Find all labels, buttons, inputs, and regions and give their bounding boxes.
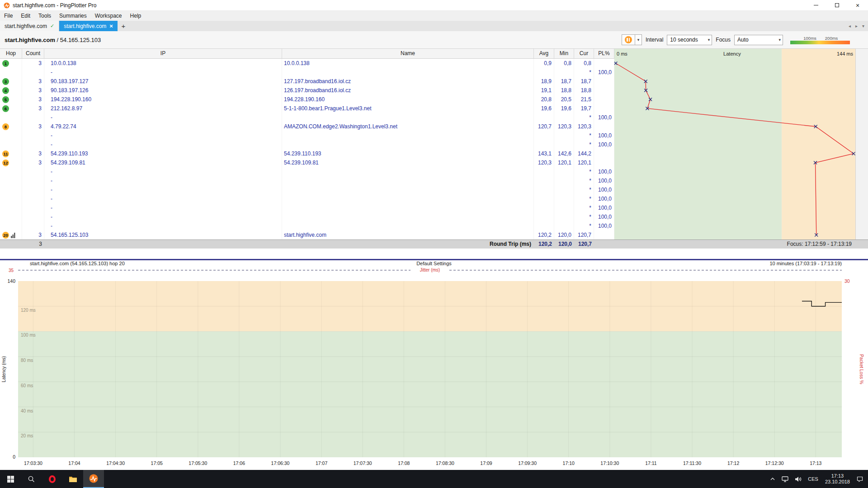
timeline-graph[interactable]: 120 ms100 ms80 ms60 ms40 ms20 ms17:03:30… bbox=[0, 267, 868, 470]
timeline-range-label[interactable]: 10 minutes (17:03:19 - 17:13:19) bbox=[769, 261, 842, 266]
table-row[interactable]: 3390.183.197.127127.197.broadband16.iol.… bbox=[0, 77, 614, 86]
grid-label: 20 ms bbox=[21, 433, 33, 438]
table-row[interactable]: -*100,0 bbox=[0, 194, 614, 203]
header-min[interactable]: Min bbox=[554, 49, 574, 58]
cell-cur: 21,5 bbox=[574, 95, 594, 104]
table-row[interactable]: -*100,0 bbox=[0, 131, 614, 140]
cell-min: 120,0 bbox=[554, 230, 574, 239]
table-row[interactable]: 63212.162.8.975-1-1-800.bear1.Prague1.Le… bbox=[0, 104, 614, 113]
table-row[interactable]: 20354.165.125.103start.highfive.com120,2… bbox=[0, 230, 614, 239]
opera-logo-icon bbox=[49, 475, 56, 483]
minimize-button[interactable] bbox=[806, 0, 826, 10]
x-axis-label: 17:12:30 bbox=[765, 460, 784, 466]
cell-min bbox=[554, 113, 574, 122]
cell-pl bbox=[594, 149, 614, 158]
cell-avg: 19,1 bbox=[534, 86, 554, 95]
x-axis-label: 17:13 bbox=[810, 460, 821, 466]
x-axis-label: 17:09 bbox=[480, 460, 492, 466]
check-icon: ✓ bbox=[50, 23, 54, 29]
cell-pl: 100,0 bbox=[594, 203, 614, 212]
cell-hop: 4 bbox=[0, 86, 22, 95]
cell-hop: 5 bbox=[0, 95, 22, 104]
interval-select[interactable]: 10 seconds ▾ bbox=[667, 35, 712, 45]
cell-name bbox=[282, 140, 534, 149]
table-row[interactable]: 12354.239.109.8154.239.109.81120,3120,11… bbox=[0, 158, 614, 167]
table-row[interactable]: 11354.239.110.19354.239.110.193143,1142,… bbox=[0, 149, 614, 158]
header-cur[interactable]: Cur bbox=[574, 49, 594, 58]
menu-tools[interactable]: Tools bbox=[34, 11, 55, 21]
x-axis-label: 17:08 bbox=[398, 460, 410, 466]
table-row[interactable]: -*100,0 bbox=[0, 221, 614, 230]
timeline-chart-icon[interactable] bbox=[10, 232, 16, 238]
table-row[interactable]: -*100,0 bbox=[0, 203, 614, 212]
close-tab-icon[interactable]: × bbox=[109, 23, 113, 29]
menu-workspace[interactable]: Workspace bbox=[91, 11, 126, 21]
header-ip[interactable]: IP bbox=[44, 49, 282, 58]
focus-select[interactable]: Auto ▾ bbox=[734, 35, 783, 45]
hop-badge: 4 bbox=[2, 87, 9, 94]
header-avg[interactable]: Avg bbox=[534, 49, 554, 58]
cell-name: 10.0.0.138 bbox=[282, 59, 534, 68]
tab-scroll-right-icon[interactable]: ▸ bbox=[855, 23, 858, 28]
menu-file[interactable]: File bbox=[0, 11, 17, 21]
cell-hop: 12 bbox=[0, 158, 22, 167]
file-explorer-taskbar-icon[interactable] bbox=[62, 470, 83, 488]
tab-start-highfive-saved[interactable]: start.highfive.com ✓ bbox=[0, 21, 59, 31]
header-pl[interactable]: PL% bbox=[594, 49, 614, 58]
pause-dropdown-button[interactable]: ▾ bbox=[635, 34, 642, 45]
header-hop[interactable]: Hop bbox=[0, 49, 22, 58]
menu-help[interactable]: Help bbox=[126, 11, 146, 21]
start-button[interactable] bbox=[0, 470, 21, 488]
opera-taskbar-icon[interactable] bbox=[42, 470, 62, 488]
new-tab-button[interactable]: + bbox=[118, 21, 129, 31]
close-button[interactable]: × bbox=[847, 0, 868, 10]
cell-name bbox=[282, 176, 534, 185]
table-row[interactable]: -*100,0 bbox=[0, 140, 614, 149]
trace-latency-graph[interactable] bbox=[614, 49, 855, 239]
header-name[interactable]: Name bbox=[282, 49, 534, 58]
cell-min bbox=[554, 176, 574, 185]
cell-min: 120,1 bbox=[554, 158, 574, 167]
pause-button[interactable] bbox=[622, 34, 635, 45]
pingplotter-logo-icon bbox=[89, 474, 99, 483]
x-axis-label: 17:06:30 bbox=[271, 460, 290, 466]
cell-pl: 100,0 bbox=[594, 185, 614, 194]
cell-name bbox=[282, 194, 534, 203]
tray-volume-icon[interactable] bbox=[792, 470, 805, 488]
titlebar[interactable]: start.highfive.com - PingPlotter Pro × bbox=[0, 0, 868, 11]
menu-summaries[interactable]: Summaries bbox=[55, 11, 91, 21]
tab-start-highfive-active[interactable]: start.highfive.com × bbox=[59, 21, 118, 31]
table-row[interactable]: 53194.228.190.160194.228.190.16020,820,5… bbox=[0, 95, 614, 104]
timeline-settings-label[interactable]: Default Settings bbox=[416, 261, 452, 266]
target-title: start.highfive.com / 54.165.125.103 bbox=[0, 37, 101, 43]
table-row[interactable]: -*100,0 bbox=[0, 176, 614, 185]
header-count[interactable]: Count bbox=[22, 49, 44, 58]
maximize-button[interactable] bbox=[826, 0, 847, 10]
table-row[interactable]: -*100,0 bbox=[0, 167, 614, 176]
menu-edit[interactable]: Edit bbox=[17, 11, 34, 21]
action-center-icon[interactable] bbox=[854, 470, 866, 488]
hop-badge: 8 bbox=[2, 123, 9, 130]
table-row[interactable]: 4390.183.197.126126.197.broadband16.iol.… bbox=[0, 86, 614, 95]
cell-hop: 3 bbox=[0, 77, 22, 86]
tab-list-dropdown-icon[interactable]: ▾ bbox=[862, 23, 864, 28]
x-axis-label: 17:07 bbox=[316, 460, 327, 466]
search-button[interactable] bbox=[21, 470, 42, 488]
clock[interactable]: 17:13 23.10.2018 bbox=[821, 473, 854, 485]
pingplotter-taskbar-icon[interactable] bbox=[83, 470, 104, 488]
table-row[interactable]: -*100,0 bbox=[0, 68, 614, 77]
x-axis-label: 17:11 bbox=[645, 460, 657, 466]
cell-count bbox=[22, 140, 44, 149]
table-row[interactable]: -*100,0 bbox=[0, 212, 614, 221]
tab-scroll-left-icon[interactable]: ◂ bbox=[849, 23, 851, 28]
language-indicator[interactable]: CES bbox=[805, 470, 821, 488]
tray-chevron-up-icon[interactable] bbox=[767, 470, 778, 488]
cell-min bbox=[554, 203, 574, 212]
tray-network-icon[interactable] bbox=[778, 470, 792, 488]
table-row[interactable]: -*100,0 bbox=[0, 113, 614, 122]
table-row[interactable]: 1310.0.0.13810.0.0.1380,90,80,8 bbox=[0, 59, 614, 68]
table-row[interactable]: 834.79.22.74AMAZON.COM.edge2.Washington1… bbox=[0, 122, 614, 131]
table-row[interactable]: -*100,0 bbox=[0, 185, 614, 194]
alerts-side-tab[interactable]: Alerts bbox=[855, 31, 868, 239]
cell-cur: 0,8 bbox=[574, 59, 594, 68]
